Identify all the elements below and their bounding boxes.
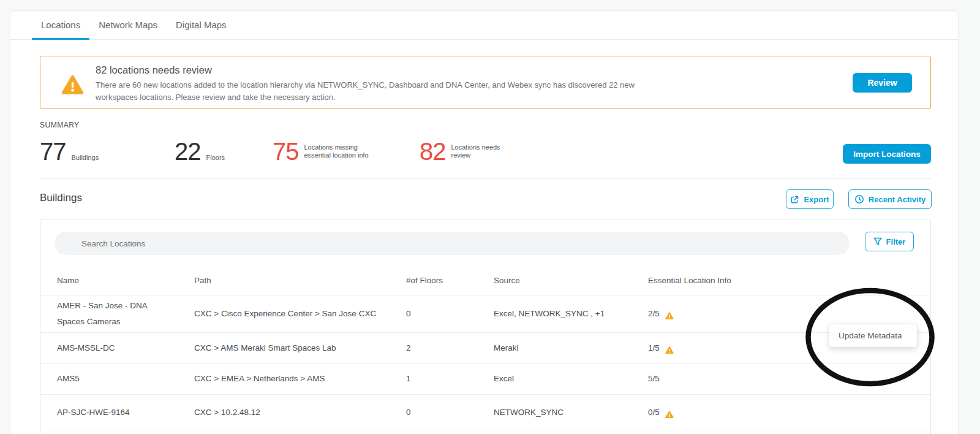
stat-buildings-label: Buildings [72,154,99,162]
column-header-floors[interactable]: #of Floors [406,276,443,285]
cell-floors: 1 [406,371,411,387]
table-row[interactable]: AMS-MSSL-DC CXC > AMS Meraki Smart Space… [40,333,930,364]
import-locations-button[interactable]: Import Locations [843,144,931,164]
recent-activity-button[interactable]: Recent Activity [848,189,932,209]
stat-buildings: 77 Buildings [40,139,99,164]
cell-floors: 0 [406,405,411,421]
export-button[interactable]: Export [786,189,834,209]
filter-button[interactable]: Filter [865,232,914,251]
cell-source: Excel [494,371,514,387]
column-header-essential-info[interactable]: Essential Location Info [648,276,731,285]
summary-heading: SUMMARY [40,121,80,129]
alert-banner: 82 locations needs review There are 60 n… [40,56,931,109]
table-row[interactable]: AP-SJC-HWE-9164 CXC > 10.2.48.12 0 NETWO… [40,395,930,430]
essential-info-value: 2/5 [648,306,660,322]
buildings-heading: Buildings [40,192,82,204]
stat-missing-info-value: 75 [273,139,299,164]
essential-info-value: 0/5 [648,405,660,421]
export-icon [790,195,799,204]
stat-missing-info-label: Locations missing essential location inf… [304,143,369,159]
tab-locations[interactable]: Locations [32,11,89,39]
column-header-source[interactable]: Source [494,276,520,285]
stat-missing-info: 75 Locations missing essential location … [273,139,369,164]
column-header-name[interactable]: Name [57,276,79,285]
cell-floors: 0 [406,306,411,322]
essential-info-value: 1/5 [648,340,660,356]
row-warning-icon [665,344,674,352]
alert-description: There are 60 new locations added to the … [96,79,635,104]
search-pill [55,232,850,255]
cell-path: CXC > AMS Meraki Smart Spaces Lab [194,340,336,356]
cell-source: Excel, NETWORK_SYNC , +1 [494,306,605,322]
tab-bar: Locations Network Maps Digital Maps [10,11,958,40]
cell-essential-info: 1/5 [648,340,674,356]
cell-name: AMS-MSSL-DC [57,340,115,356]
table-row[interactable]: AMER - San Jose - DNA Spaces Cameras CXC… [40,295,930,333]
cell-path: CXC > 10.2.48.12 [194,405,260,421]
stat-needs-review-label: Locations needs review [451,143,500,159]
filter-icon [873,237,882,246]
cell-floors: 2 [406,340,411,356]
cell-name: AMER - San Jose - DNA Spaces Cameras [57,298,167,330]
cell-essential-info: 5/5 [648,371,660,387]
warning-triangle-icon [61,75,84,96]
review-button[interactable]: Review [853,73,912,93]
update-metadata-popup[interactable]: Update Metadata [829,324,918,348]
cell-source: Meraki [494,340,519,356]
stat-needs-review-value: 82 [420,139,446,164]
cell-essential-info: 0/5 [648,405,674,421]
export-button-label: Export [804,195,829,204]
stat-needs-review: 82 Locations needs review [420,139,500,164]
cell-name: AP-SJC-HWE-9164 [57,405,130,421]
cell-source: NETWORK_SYNC [494,405,564,421]
stat-buildings-value: 77 [40,139,66,164]
stat-floors-value: 22 [175,139,201,164]
stat-floors: 22 Floors [175,139,225,164]
cell-name: AMS5 [57,371,80,387]
row-warning-icon [665,310,674,318]
table-row[interactable]: AMS5 CXC > EMEA > Netherlands > AMS 1 Ex… [40,364,930,395]
cell-path: CXC > Cisco Experience Center > San Jose… [194,306,376,322]
tab-digital-maps[interactable]: Digital Maps [167,11,236,39]
essential-info-value: 5/5 [648,371,660,387]
search-input[interactable] [55,232,850,255]
recent-activity-button-label: Recent Activity [869,195,925,204]
clock-icon [854,194,864,204]
tab-network-maps[interactable]: Network Maps [89,11,167,39]
row-warning-icon [665,408,674,416]
column-header-path[interactable]: Path [194,276,211,285]
section-divider [40,178,931,179]
stat-floors-label: Floors [206,154,225,162]
cell-essential-info: 2/5 [648,306,674,322]
filter-button-label: Filter [886,237,906,246]
alert-title: 82 locations needs review [96,64,212,76]
cell-path: CXC > EMEA > Netherlands > AMS [194,371,325,387]
